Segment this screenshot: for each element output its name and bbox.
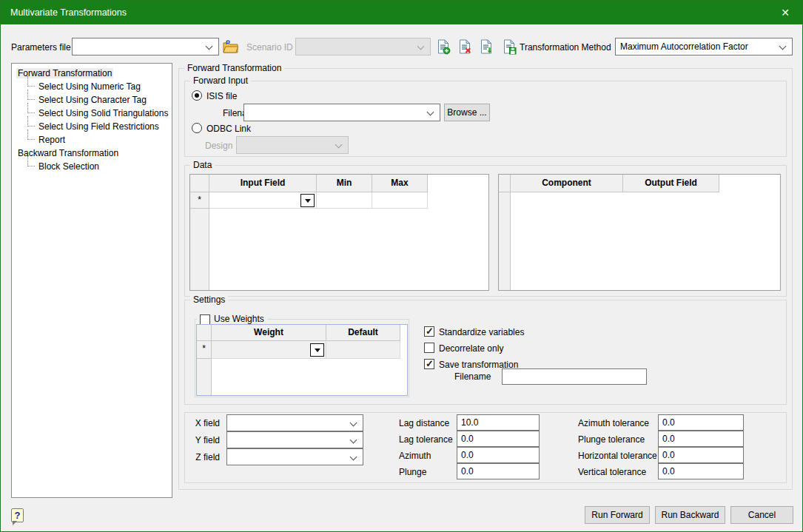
titlebar: Multivariate Transformations [1,1,802,24]
parameters-file-combobox[interactable] [72,38,219,55]
navigation-tree: Forward Transformation Select Using Nume… [11,63,172,498]
azimuth-label: Azimuth [399,451,431,461]
column-header-max: Max [372,175,428,192]
column-header-input-field: Input Field [209,175,317,192]
x-field-combobox[interactable] [226,414,363,431]
column-header-min: Min [317,175,372,192]
open-parameters-file-button[interactable] [222,38,238,55]
azimuth-tolerance-label: Azimuth tolerance [578,418,649,428]
z-field-combobox[interactable] [226,448,363,465]
lag-distance-label: Lag distance [399,418,449,428]
input-field-cell[interactable] [209,192,317,209]
use-weights-label: Use Weights [214,314,264,325]
transformation-method-value: Maximum Autocorrelation Factor [616,38,792,55]
save-filename-input[interactable] [502,368,647,385]
column-header-default: Default [326,325,400,341]
lag-tolerance-label: Lag tolerance [399,434,453,445]
cancel-button[interactable]: Cancel [730,506,793,524]
new-scenario-icon [437,39,451,55]
lag-distance-input[interactable] [457,414,540,431]
max-cell[interactable] [372,192,428,209]
corner-header-cell [197,325,212,341]
tree-item-block-selection[interactable]: Block Selection [12,160,172,173]
data-group-title: Data [190,160,215,171]
new-row-marker: * [190,192,209,209]
tree-item-select-using-numeric-tag[interactable]: Select Using Numeric Tag [12,80,172,93]
isis-file-radio[interactable] [192,90,202,101]
y-field-combobox[interactable] [226,431,363,448]
weights-table: Weight Default * [196,324,408,396]
horizontal-tolerance-input[interactable] [658,447,744,463]
dialog-multivariate-transformations: Multivariate Transformations ✕ Parameter… [0,0,803,532]
input-field-dropdown-button[interactable] [300,194,315,207]
tree-item-select-using-character-tag[interactable]: Select Using Character Tag [12,93,172,107]
tree-connector [27,116,35,127]
weight-dropdown-button[interactable] [310,343,324,357]
tree-connector [27,103,35,113]
azimuth-tolerance-input[interactable] [658,414,744,431]
tree-connector [27,76,35,87]
delete-scenario-icon [458,39,472,55]
chevron-down-icon [206,43,213,50]
corner-header-cell [190,175,209,192]
browse-button[interactable]: Browse ... [444,104,490,121]
tree-item-forward-transformation[interactable]: Forward Transformation [12,67,172,80]
odbc-link-radio-label: ODBC Link [206,124,251,134]
chevron-down-icon [350,437,357,444]
plunge-input[interactable] [457,463,540,479]
lag-tolerance-input[interactable] [457,431,540,447]
forward-input-group-title: Forward Input [190,75,251,87]
save-filename-label: Filename [454,371,491,382]
chevron-down-icon [350,420,357,427]
tree-connector [27,90,35,100]
chevron-down-icon [417,43,425,50]
tree-connector [27,156,35,166]
plunge-tolerance-label: Plunge tolerance [578,434,645,445]
chevron-down-icon [427,109,434,116]
z-field-label: Z field [186,452,220,462]
default-cell[interactable] [326,341,400,359]
odbc-link-radio[interactable] [192,123,202,133]
import-scenario-button[interactable] [478,38,494,55]
close-icon: ✕ [781,7,790,18]
design-combobox [236,136,349,154]
corner-header-cell [499,175,511,192]
tree-item-backward-transformation[interactable]: Backward Transformation [12,147,172,160]
transformation-method-label: Transformation Method [520,42,611,53]
plunge-tolerance-input[interactable] [658,431,744,447]
scenario-id-combobox [295,38,431,55]
open-folder-icon [223,40,238,53]
run-backward-button[interactable]: Run Backward [655,506,725,524]
decorrelate-only-checkbox[interactable] [424,343,434,353]
azimuth-input[interactable] [457,447,540,463]
standardize-variables-label: Standardize variables [439,327,524,337]
min-cell[interactable] [317,192,372,209]
isis-file-radio-label: ISIS file [206,91,237,101]
save-transformation-checkbox[interactable] [424,359,434,369]
column-header-weight: Weight [212,325,326,341]
chevron-down-icon [335,141,343,149]
input-fields-table: Input Field Min Max * [189,174,489,291]
output-fields-table: Component Output Field [498,174,781,291]
vertical-tolerance-input[interactable] [658,463,744,479]
save-scenario-button[interactable] [501,38,517,55]
transformation-method-combobox[interactable]: Maximum Autocorrelation Factor [615,38,793,55]
tree-item-report[interactable]: Report [12,133,172,147]
help-button[interactable]: ? [11,508,24,522]
use-weights-checkbox[interactable] [200,314,210,325]
new-scenario-button[interactable] [435,38,451,55]
run-forward-button[interactable]: Run Forward [585,506,650,524]
forward-transformation-group-title: Forward Transformation [184,63,284,74]
scenario-id-label: Scenario ID [246,42,293,53]
weight-cell[interactable] [212,341,326,359]
tree-item-select-using-solid-triangulations[interactable]: Select Using Solid Triangulations [12,107,172,120]
standardize-variables-checkbox[interactable] [424,326,434,337]
parameters-file-label: Parameters file [11,42,71,53]
filename-combobox[interactable] [243,104,440,121]
column-header-component: Component [511,175,623,192]
column-header-output-field: Output Field [623,175,719,192]
decorrelate-only-label: Decorrelate only [439,343,503,354]
close-button[interactable]: ✕ [768,1,802,24]
tree-item-select-using-field-restrictions[interactable]: Select Using Field Restrictions [12,120,172,133]
delete-scenario-button[interactable] [457,38,473,55]
